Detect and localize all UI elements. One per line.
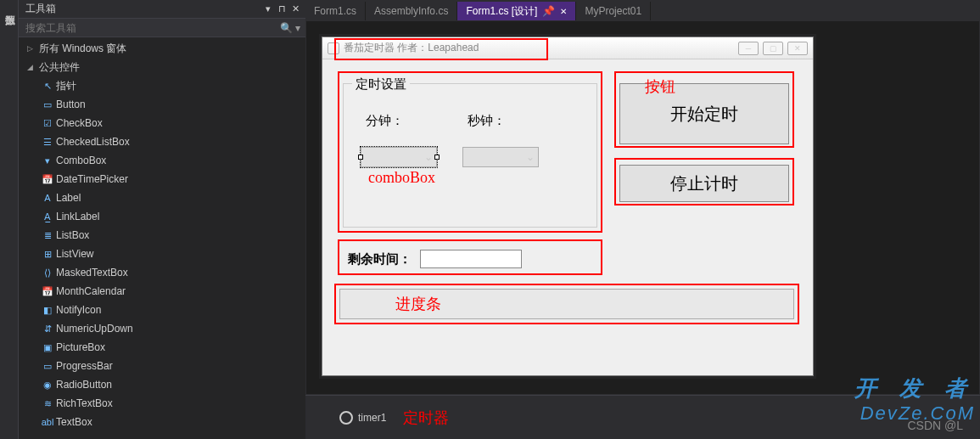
tool-label: LinkLabel bbox=[56, 211, 99, 222]
toolbox-panel: 工具箱 ▾ ⊓ ✕ 🔍 ▾ ▷ 所有 Windows 窗体 ◢ 公共控件 ↖指针… bbox=[19, 0, 305, 439]
annotation-label: 定时器 bbox=[403, 408, 449, 428]
search-input[interactable] bbox=[24, 21, 280, 35]
toolbox-item[interactable]: ≣ListBox bbox=[19, 226, 305, 245]
tool-icon: ≣ bbox=[39, 230, 56, 241]
toolbox-item[interactable]: A̲LinkLabel bbox=[19, 207, 305, 226]
design-surface[interactable]: 番茄定时器 作者：Leapahead ─ ▢ ✕ 定时设置 分钟： 秒钟： ⌄ … bbox=[305, 20, 980, 395]
toolbox-item[interactable]: ↖指针 bbox=[19, 76, 305, 95]
toolbox-item[interactable]: ☰CheckedListBox bbox=[19, 132, 305, 151]
toolbox-item[interactable]: ⊞ListView bbox=[19, 245, 305, 263]
toolbox-item[interactable]: ◧NotifyIcon bbox=[19, 301, 305, 319]
tool-icon: 📅 bbox=[39, 286, 56, 297]
groupbox-title: 定时设置 bbox=[352, 76, 410, 93]
tool-label: DateTimePicker bbox=[56, 173, 128, 185]
toolbox-item[interactable]: ≋RichTextBox bbox=[19, 394, 305, 413]
minimize-button[interactable]: ─ bbox=[738, 42, 759, 55]
tool-label: MonthCalendar bbox=[56, 285, 126, 297]
form-designer[interactable]: 番茄定时器 作者：Leapahead ─ ▢ ✕ 定时设置 分钟： 秒钟： ⌄ … bbox=[322, 37, 814, 376]
maximize-button[interactable]: ▢ bbox=[763, 42, 783, 55]
tool-icon: ⇵ bbox=[39, 324, 56, 335]
annotation-label: comboBox bbox=[368, 169, 435, 187]
search-icon[interactable]: 🔍 ▾ bbox=[280, 22, 300, 34]
pin-icon[interactable]: 📌 bbox=[542, 5, 555, 17]
tool-label: RichTextBox bbox=[56, 397, 113, 409]
tool-label: Label bbox=[56, 192, 81, 204]
label-second: 秒钟： bbox=[468, 113, 506, 129]
timer-icon bbox=[339, 411, 353, 425]
tool-icon: ⟨⟩ bbox=[39, 267, 56, 279]
chevron-right-icon: ▷ bbox=[27, 44, 39, 53]
tool-icon: ▾ bbox=[39, 155, 56, 166]
tool-icon: 📅 bbox=[39, 174, 56, 185]
tool-icon: abl bbox=[39, 417, 56, 427]
tool-label: ComboBox bbox=[56, 155, 106, 166]
toolbox-item[interactable]: 📅MonthCalendar bbox=[19, 282, 305, 301]
toolbox-item[interactable]: ◉RadioButton bbox=[19, 375, 305, 394]
tool-icon: ◧ bbox=[39, 305, 56, 316]
close-icon[interactable]: ✕ bbox=[288, 3, 302, 14]
label-remaining: 剩余时间： bbox=[348, 251, 412, 267]
close-tab-icon[interactable]: ✕ bbox=[560, 7, 567, 16]
annotation-label: 进度条 bbox=[395, 294, 441, 314]
toolbox-item[interactable]: ▭ProgressBar bbox=[19, 357, 305, 375]
toolbox-item[interactable]: ⟨⟩MaskedTextBox bbox=[19, 263, 305, 282]
tool-label: PictureBox bbox=[56, 341, 105, 353]
toolbox-search[interactable]: 🔍 ▾ bbox=[19, 19, 305, 37]
tool-icon: ↖ bbox=[39, 81, 56, 92]
tool-label: Button bbox=[56, 98, 86, 110]
tool-label: CheckedListBox bbox=[56, 136, 130, 148]
toolbox-group[interactable]: ▷ 所有 Windows 窗体 bbox=[19, 39, 305, 58]
toolbox-header: 工具箱 ▾ ⊓ ✕ bbox=[19, 0, 305, 19]
tool-label: 指针 bbox=[56, 79, 76, 93]
watermark-line1: 开 发 者 bbox=[854, 374, 975, 403]
chevron-down-icon: ◢ bbox=[27, 63, 39, 71]
document-tabs: Form1.cs AssemblyInfo.cs Form1.cs [设计] 📌… bbox=[305, 0, 980, 20]
tool-icon: ◉ bbox=[39, 380, 56, 391]
textbox-remaining[interactable] bbox=[420, 250, 522, 268]
form-titlebar: 番茄定时器 作者：Leapahead ─ ▢ ✕ bbox=[322, 37, 813, 59]
groupbox-timer-settings[interactable]: 定时设置 分钟： 秒钟： ⌄ ⌄ bbox=[343, 83, 597, 228]
tool-label: ListView bbox=[56, 248, 93, 260]
tool-icon: ▭ bbox=[39, 361, 56, 372]
toolbox-item[interactable]: ▭Button bbox=[19, 95, 305, 114]
chevron-down-icon: ⌄ bbox=[424, 151, 433, 163]
toolbox-item[interactable]: ablTextBox bbox=[19, 413, 305, 431]
combobox-second[interactable]: ⌄ bbox=[462, 147, 539, 167]
tool-label: MaskedTextBox bbox=[56, 267, 128, 279]
timer-component[interactable]: timer1 bbox=[358, 412, 386, 424]
tab-myproject01[interactable]: MyProject01 bbox=[576, 2, 651, 20]
watermark-line2: DevZe.CoM bbox=[860, 402, 975, 425]
toolbox-item[interactable]: ⇵NumericUpDown bbox=[19, 319, 305, 338]
tab-form1cs[interactable]: Form1.cs bbox=[305, 2, 366, 20]
group-label: 所有 Windows 窗体 bbox=[39, 42, 126, 56]
button-stop[interactable]: 停止计时 bbox=[619, 165, 789, 202]
toolbox-item[interactable]: 📅DateTimePicker bbox=[19, 170, 305, 189]
dropdown-icon[interactable]: ▾ bbox=[261, 3, 275, 14]
toolbox-item[interactable]: ▾ComboBox bbox=[19, 151, 305, 170]
pin-icon[interactable]: ⊓ bbox=[275, 3, 288, 14]
tab-assemblyinfo[interactable]: AssemblyInfo.cs bbox=[366, 2, 457, 20]
side-vertical-tab[interactable]: 数据源 bbox=[0, 0, 19, 439]
tool-label: NotifyIcon bbox=[56, 304, 101, 316]
tool-icon: ⊞ bbox=[39, 249, 56, 260]
toolbox-group[interactable]: ◢ 公共控件 bbox=[19, 58, 305, 76]
toolbox-item[interactable]: ☑CheckBox bbox=[19, 114, 305, 132]
tool-label: RadioButton bbox=[56, 379, 112, 391]
tool-label: ProgressBar bbox=[56, 360, 113, 372]
tool-icon: ▭ bbox=[39, 99, 56, 110]
tool-icon: ≋ bbox=[39, 398, 56, 409]
tool-label: CheckBox bbox=[56, 117, 103, 129]
tool-label: ListBox bbox=[56, 229, 89, 241]
close-button[interactable]: ✕ bbox=[787, 42, 808, 55]
toolbox-item[interactable]: ALabel bbox=[19, 189, 305, 207]
tool-label: NumericUpDown bbox=[56, 323, 133, 335]
tool-icon: ▣ bbox=[39, 342, 56, 353]
tool-icon: A̲ bbox=[39, 211, 56, 222]
toolbox-item[interactable]: ▣PictureBox bbox=[19, 338, 305, 357]
combobox-minute[interactable]: ⌄ bbox=[361, 147, 437, 167]
tool-label: TextBox bbox=[56, 416, 92, 428]
form-icon bbox=[328, 42, 339, 54]
label-minute: 分钟： bbox=[366, 113, 404, 129]
tab-form1-design[interactable]: Form1.cs [设计] 📌 ✕ bbox=[457, 2, 576, 20]
annotation-label: 按钮 bbox=[645, 76, 675, 97]
